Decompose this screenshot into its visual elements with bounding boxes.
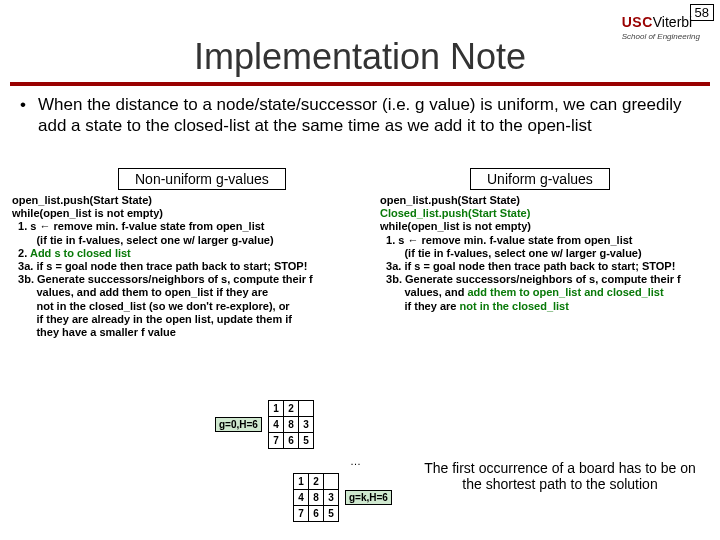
algo-line: 3b. Generate successors/neighbors of s, … xyxy=(12,273,362,286)
algo-green: not in the closed_list xyxy=(459,300,568,312)
tile: 7 xyxy=(294,506,309,522)
slide-title: Implementation Note xyxy=(0,36,720,78)
algo-uniform: open_list.push(Start State) Closed_list.… xyxy=(380,194,715,313)
tile: 8 xyxy=(283,417,298,433)
algo-line: if they are already in the open list, up… xyxy=(12,313,362,326)
algo-green: Closed_list.push(Start State) xyxy=(380,207,715,220)
tile: 6 xyxy=(309,506,324,522)
algo-line: open_list.push(Start State) xyxy=(380,194,715,207)
tile: 1 xyxy=(294,474,309,490)
algo-line: 3a. if s = goal node then trace path bac… xyxy=(12,260,362,273)
algo-green: add them to open_list and closed_list xyxy=(467,286,663,298)
puzzle-board-1: 12 483 765 xyxy=(268,400,314,449)
tile: 3 xyxy=(298,417,313,433)
tile: 8 xyxy=(309,490,324,506)
tile: 2 xyxy=(309,474,324,490)
g-tag-k: g=k,H=6 xyxy=(345,490,392,505)
algo-text: 2. xyxy=(12,247,30,259)
algo-text: if they are xyxy=(380,300,459,312)
algo-line: (if tie in f-values, select one w/ large… xyxy=(12,234,362,247)
algo-line: 3a. if s = goal node then trace path bac… xyxy=(380,260,715,273)
algo-line: not in the closed_list (so we don't re-e… xyxy=(12,300,362,313)
g-tag-start: g=0,H=6 xyxy=(215,417,262,432)
board-diagram: g=0,H=6 12 483 765 … 12 483 765 g=k,H=6 xyxy=(215,400,392,522)
algo-line: 3b. Generate successors/neighbors of s, … xyxy=(380,273,715,286)
bullet-main: When the distance to a node/state/succes… xyxy=(38,94,688,137)
tile: 5 xyxy=(324,506,339,522)
tile: 4 xyxy=(268,417,283,433)
algo-line: 1. s ← remove min. f-value state from op… xyxy=(380,234,715,247)
heading-uniform: Uniform g-values xyxy=(470,168,610,190)
algo-nonuniform: open_list.push(Start State) while(open_l… xyxy=(12,194,362,339)
algo-line: they have a smaller f value xyxy=(12,326,362,339)
algo-text: values, and xyxy=(380,286,467,298)
tile: 4 xyxy=(294,490,309,506)
algo-green: Add s to closed list xyxy=(30,247,131,259)
algo-line: 1. s ← remove min. f-value state from op… xyxy=(12,220,362,233)
tile xyxy=(298,401,313,417)
algo-line: while(open_list is not empty) xyxy=(380,220,715,233)
tile: 2 xyxy=(283,401,298,417)
logo-usc: USC xyxy=(622,14,653,30)
heading-nonuniform: Non-uniform g-values xyxy=(118,168,286,190)
ellipsis: … xyxy=(319,455,392,467)
tile xyxy=(324,474,339,490)
tile: 3 xyxy=(324,490,339,506)
tile: 7 xyxy=(268,433,283,449)
shortest-path-note: The first occurrence of a board has to b… xyxy=(420,460,700,492)
logo-viterbi: Viterbi xyxy=(653,14,692,30)
puzzle-board-2: 12 483 765 xyxy=(293,473,339,522)
algo-line: (if tie in f-values, select one w/ large… xyxy=(380,247,715,260)
tile: 1 xyxy=(268,401,283,417)
algo-line: while(open_list is not empty) xyxy=(12,207,362,220)
algo-line: 2. Add s to closed list xyxy=(12,247,362,260)
algo-line: if they are not in the closed_list xyxy=(380,300,715,313)
algo-line: values, and add them to open_list and cl… xyxy=(380,286,715,299)
tile: 6 xyxy=(283,433,298,449)
algo-line: open_list.push(Start State) xyxy=(12,194,362,207)
algo-line: values, and add them to open_list if the… xyxy=(12,286,362,299)
tile: 5 xyxy=(298,433,313,449)
title-underline xyxy=(10,82,710,86)
